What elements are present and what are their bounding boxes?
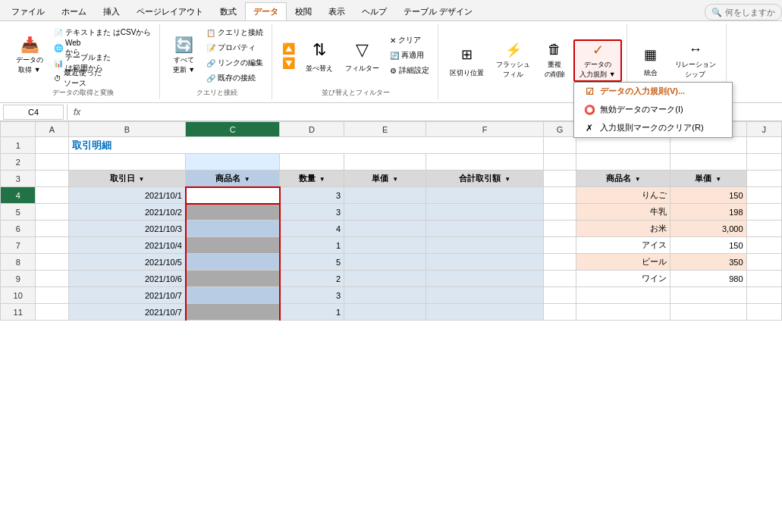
- btn-data-validation[interactable]: ✓ データの入力規則 ▼: [573, 39, 621, 82]
- cell-E5[interactable]: [344, 204, 426, 221]
- cell-A8[interactable]: [36, 254, 68, 271]
- cell-G11[interactable]: [543, 304, 576, 321]
- cell-C6[interactable]: [186, 221, 280, 237]
- cell-B7[interactable]: 2021/10/4: [68, 237, 186, 254]
- tab-file[interactable]: ファイル: [3, 2, 53, 20]
- cell-A4[interactable]: [36, 187, 68, 204]
- cell-G5[interactable]: [543, 204, 576, 221]
- col-header-C[interactable]: C: [186, 122, 280, 137]
- col-header-G[interactable]: G: [543, 122, 576, 137]
- col-header-J[interactable]: J: [746, 122, 781, 137]
- cell-E11[interactable]: [344, 304, 426, 321]
- cell-A2[interactable]: [36, 154, 68, 171]
- tab-home[interactable]: ホーム: [53, 2, 95, 20]
- cell-F5[interactable]: [426, 204, 544, 221]
- cell-G10[interactable]: [543, 287, 576, 304]
- cell-C8[interactable]: [186, 254, 280, 271]
- btn-text-to-columns[interactable]: ⊞ 区切り位置: [444, 39, 489, 82]
- cell-B9[interactable]: 2021/10/6: [68, 271, 186, 287]
- cell-E9[interactable]: [344, 271, 426, 287]
- tab-formulas[interactable]: 数式: [212, 2, 245, 20]
- cell-G7[interactable]: [543, 237, 576, 254]
- cell-C10[interactable]: [186, 287, 280, 304]
- btn-advanced[interactable]: ⚙ 詳細設定: [386, 64, 433, 77]
- header-B3-dropdown[interactable]: ▼: [139, 176, 145, 183]
- cell-A7[interactable]: [36, 237, 68, 254]
- tab-review[interactable]: 校閲: [287, 2, 320, 20]
- header-D3-dropdown[interactable]: ▼: [319, 176, 325, 183]
- cell-J5[interactable]: [746, 204, 781, 221]
- cell-B3[interactable]: 取引日 ▼: [68, 171, 186, 187]
- btn-queries-connections[interactable]: 📋 クエリと接続: [203, 26, 267, 39]
- cell-I11[interactable]: [671, 304, 747, 321]
- cell-I4[interactable]: 150: [671, 187, 747, 204]
- cell-A5[interactable]: [36, 204, 68, 221]
- cell-D8[interactable]: 5: [280, 254, 344, 271]
- btn-remove-duplicates[interactable]: 🗑 重複の削除: [537, 39, 572, 82]
- cell-I10[interactable]: [671, 287, 747, 304]
- cell-J3[interactable]: [746, 171, 781, 187]
- cell-F9[interactable]: [426, 271, 544, 287]
- btn-sort-az[interactable]: 🔼: [278, 42, 299, 55]
- btn-clear[interactable]: ✕ クリア: [386, 33, 433, 47]
- cell-C11[interactable]: [186, 304, 280, 321]
- cell-D4[interactable]: 3: [280, 187, 344, 204]
- col-header-F[interactable]: F: [426, 122, 544, 137]
- cell-D6[interactable]: 4: [280, 221, 344, 237]
- cell-G2[interactable]: [543, 154, 576, 171]
- cell-E8[interactable]: [344, 254, 426, 271]
- col-header-E[interactable]: E: [344, 122, 426, 137]
- cell-C3[interactable]: 商品名 ▼: [186, 171, 280, 187]
- header-C3-dropdown[interactable]: ▼: [244, 176, 250, 183]
- cell-I6[interactable]: 3,000: [671, 221, 747, 237]
- cell-J8[interactable]: [746, 254, 781, 271]
- cell-H2[interactable]: [576, 154, 671, 171]
- cell-C2[interactable]: [186, 154, 280, 171]
- cell-I2[interactable]: [671, 154, 747, 171]
- cell-J6[interactable]: [746, 221, 781, 237]
- cell-D9[interactable]: 2: [280, 271, 344, 287]
- cell-J9[interactable]: [746, 271, 781, 287]
- cell-G6[interactable]: [543, 221, 576, 237]
- cell-J7[interactable]: [746, 237, 781, 254]
- cell-B8[interactable]: 2021/10/5: [68, 254, 186, 271]
- cell-D10[interactable]: 3: [280, 287, 344, 304]
- tab-view[interactable]: 表示: [320, 2, 353, 20]
- cell-D7[interactable]: 1: [280, 237, 344, 254]
- cell-C9[interactable]: [186, 271, 280, 287]
- cell-I3[interactable]: 単価 ▼: [671, 171, 747, 187]
- cell-G8[interactable]: [543, 254, 576, 271]
- cell-A9[interactable]: [36, 271, 68, 287]
- cell-H10[interactable]: [576, 287, 671, 304]
- cell-B1[interactable]: 取引明細: [68, 137, 543, 154]
- cell-H5[interactable]: 牛乳: [576, 204, 671, 221]
- menu-item-invalid-mark[interactable]: ⭕ 無効データのマーク(I): [574, 101, 732, 119]
- cell-H11[interactable]: [576, 304, 671, 321]
- cell-B4[interactable]: 2021/10/1: [68, 187, 186, 204]
- cell-I7[interactable]: 150: [671, 237, 747, 254]
- btn-text-csv[interactable]: 📄 テキストまた はCSVから: [50, 26, 155, 39]
- btn-existing-connections[interactable]: 🔗 既存の接続: [203, 71, 267, 85]
- cell-J4[interactable]: [746, 187, 781, 204]
- cell-E4[interactable]: [344, 187, 426, 204]
- cell-G1[interactable]: [543, 137, 576, 154]
- cell-B5[interactable]: 2021/10/2: [68, 204, 186, 221]
- cell-E6[interactable]: [344, 221, 426, 237]
- cell-F8[interactable]: [426, 254, 544, 271]
- cell-G3[interactable]: [543, 171, 576, 187]
- btn-all-refresh[interactable]: 🔄 すべて更新 ▼: [166, 34, 201, 77]
- cell-I5[interactable]: 198: [671, 204, 747, 221]
- cell-F10[interactable]: [426, 287, 544, 304]
- cell-H4[interactable]: りんご: [576, 187, 671, 204]
- cell-D11[interactable]: 1: [280, 304, 344, 321]
- btn-flash-fill[interactable]: ⚡ フラッシュフィル: [491, 39, 535, 82]
- cell-B6[interactable]: 2021/10/3: [68, 221, 186, 237]
- cell-F3[interactable]: 合計取引額 ▼: [426, 171, 544, 187]
- cell-F6[interactable]: [426, 221, 544, 237]
- cell-F2[interactable]: [426, 154, 544, 171]
- menu-item-clear-marks[interactable]: ✗ 入力規則マークのクリア(R): [574, 119, 732, 137]
- cell-J2[interactable]: [746, 154, 781, 171]
- btn-filter[interactable]: ▽ フィルター: [340, 34, 385, 77]
- cell-F7[interactable]: [426, 237, 544, 254]
- header-I3-dropdown[interactable]: ▼: [715, 176, 721, 183]
